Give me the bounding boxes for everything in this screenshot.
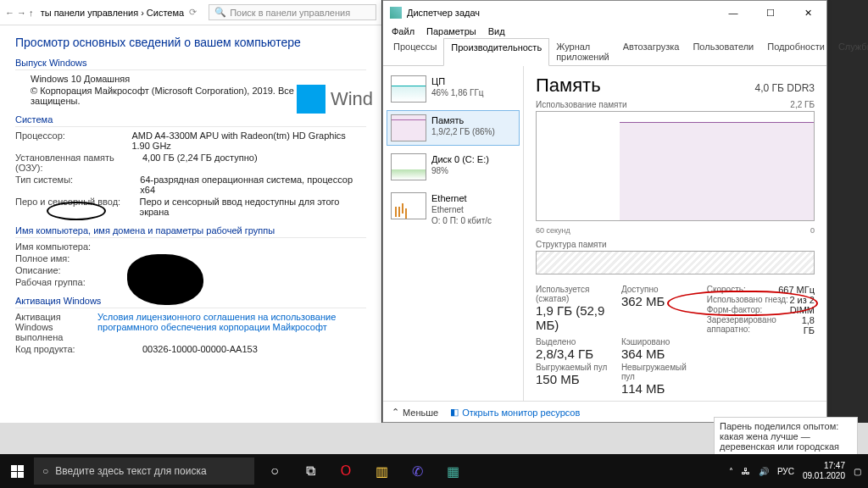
close-button[interactable]: ✕	[789, 1, 826, 25]
activation-status: Активация Windows выполнена	[15, 312, 97, 342]
ethernet-thumb-icon	[391, 192, 426, 219]
edition-name: Windows 10 Домашняя	[31, 74, 130, 84]
resource-monitor-link[interactable]: ◧Открыть монитор ресурсов	[450, 407, 580, 418]
tab-startup[interactable]: Автозагрузка	[616, 38, 687, 65]
explorer-icon[interactable]: ▥	[364, 454, 398, 488]
titlebar[interactable]: Диспетчер задач — ☐ ✕	[383, 1, 826, 25]
address-bar: ← → ↑ ты панели управления › Система ⟳ 🔍…	[0, 0, 381, 25]
menu-bar: Файл Параметры Вид	[383, 25, 826, 38]
graph-label-left: Использование памяти	[536, 100, 627, 109]
tab-bar: Процессы Производительность Журнал прило…	[383, 38, 826, 66]
x-axis-left: 60 секунд	[536, 226, 570, 235]
speed-k: Скорость:	[707, 285, 746, 295]
ff-v: DIMM	[790, 305, 815, 315]
menu-options[interactable]: Параметры	[426, 26, 476, 36]
speed-v: 667 МГц	[778, 285, 815, 295]
memory-usage-graph[interactable]	[536, 111, 815, 221]
minimize-button[interactable]: —	[715, 1, 752, 25]
taskview-icon[interactable]: ⧉	[293, 454, 327, 488]
nav-arrows[interactable]: ← → ↑	[5, 8, 34, 18]
sidebar-memory[interactable]: Память1,9/2,2 ГБ (86%)	[387, 110, 520, 146]
section-system: Система	[15, 114, 366, 127]
cache-k: Кэшировано	[621, 337, 698, 347]
clock-time: 17:47	[803, 461, 845, 471]
tab-details[interactable]: Подробности	[760, 38, 832, 65]
redaction-blob	[127, 254, 203, 305]
control-panel-search[interactable]: 🔍 Поиск в панели управления	[209, 4, 376, 20]
workgroup-label: Рабочая группа:	[15, 277, 142, 287]
taskmgr-taskbar-icon[interactable]: ▦	[436, 454, 470, 488]
avail-v: 362 МБ	[621, 294, 698, 308]
resource-spec: 4,0 ГБ DDR3	[755, 82, 815, 94]
sidebar-disk[interactable]: Диск 0 (C: E:)98%	[387, 149, 520, 185]
network-icon[interactable]: 🖧	[742, 467, 750, 476]
system-tray: ˄ 🖧 🔊 РУС 17:4709.01.2020 ▢	[722, 461, 868, 481]
menu-file[interactable]: Файл	[392, 26, 415, 36]
tab-users[interactable]: Пользователи	[686, 38, 760, 65]
news-snippet[interactable]: Парень поделился опытом: какая жена лучш…	[714, 417, 858, 456]
cpu-name: ЦП	[431, 75, 484, 87]
sidebar-cpu[interactable]: ЦП46% 1,86 ГГц	[387, 71, 520, 107]
menu-view[interactable]: Вид	[488, 26, 505, 36]
opera-icon[interactable]: O	[329, 454, 363, 488]
systype-label: Тип системы:	[15, 175, 140, 195]
tab-app-history[interactable]: Журнал приложений	[549, 38, 616, 65]
resmon-icon: ◧	[450, 407, 459, 418]
clock[interactable]: 17:4709.01.2020	[803, 461, 845, 481]
pen-value: Перо и сенсорный ввод недоступны для это…	[140, 197, 366, 217]
tab-processes[interactable]: Процессы	[387, 38, 443, 65]
disk-name: Диск 0 (C: E:)	[431, 153, 489, 165]
mem-name: Память	[431, 114, 495, 126]
volume-icon[interactable]: 🔊	[759, 467, 769, 476]
tray-chevron-icon[interactable]: ˄	[729, 467, 733, 476]
performance-main: Память4,0 ГБ DDR3 Использование памяти2,…	[524, 66, 826, 401]
annotation-circle	[47, 202, 106, 220]
fullname-label: Полное имя:	[15, 253, 142, 263]
eth-sub: Ethernet	[431, 204, 492, 215]
clock-date: 09.01.2020	[803, 471, 845, 481]
performance-sidebar: ЦП46% 1,86 ГГц Память1,9/2,2 ГБ (86%) Ди…	[383, 66, 524, 401]
language-indicator[interactable]: РУС	[777, 467, 794, 476]
windows-logo: Wind	[297, 85, 373, 114]
breadcrumb[interactable]: ты панели управления › Система	[41, 8, 185, 18]
resmon-label: Открыть монитор ресурсов	[462, 408, 580, 418]
cortana-icon[interactable]: ○	[258, 454, 292, 488]
chevron-right-icon: ›	[141, 8, 144, 18]
tab-performance[interactable]: Производительность	[443, 38, 549, 66]
pcname-label: Имя компьютера:	[15, 241, 142, 252]
cpu-sub: 46% 1,86 ГГц	[431, 87, 484, 98]
crumb-parent[interactable]: ты панели управления	[41, 8, 139, 18]
refresh-icon[interactable]: ⟳	[189, 7, 197, 18]
taskbar-search[interactable]: ○Введите здесь текст для поиска	[34, 458, 254, 485]
nonpaged-k: Невыгружаемый пул	[621, 363, 698, 381]
start-button[interactable]	[0, 454, 34, 488]
maximize-button[interactable]: ☐	[752, 1, 789, 25]
desc-label: Описание:	[15, 265, 142, 275]
commit-v: 2,8/3,4 ГБ	[536, 347, 613, 361]
cpu-label: Процессор:	[15, 130, 131, 151]
hw-v: 1,8 ГБ	[794, 315, 815, 336]
commit-k: Выделено	[536, 337, 613, 347]
slots-k: Использовано гнезд:	[707, 295, 788, 305]
used-v: 1,9 ГБ (52,9 МБ)	[536, 303, 613, 332]
license-link[interactable]: Условия лицензионного соглашения на испо…	[97, 312, 366, 342]
systype-value: 64-разрядная операционная система, проце…	[140, 175, 366, 195]
sidebar-ethernet[interactable]: EthernetEthernetО: 0 П: 0 кбит/с	[387, 188, 520, 230]
task-manager-window: Диспетчер задач — ☐ ✕ Файл Параметры Вид…	[382, 0, 827, 423]
windows-icon	[297, 85, 326, 114]
used-k: Используется (сжатая)	[536, 285, 613, 303]
disk-sub: 98%	[431, 165, 489, 176]
avail-k: Доступно	[621, 285, 698, 294]
ram-label: Установленная память (ОЗУ):	[15, 152, 142, 173]
viber-icon[interactable]: ✆	[400, 454, 434, 488]
eth-sub2: О: 0 П: 0 кбит/с	[431, 215, 492, 226]
window-title: Диспетчер задач	[407, 8, 715, 18]
product-key-value: 00326-10000-00000-AA153	[142, 344, 258, 354]
memory-composition-bar[interactable]	[536, 251, 815, 274]
crumb-current[interactable]: Система	[147, 8, 184, 18]
tab-services[interactable]: Службы	[832, 38, 868, 65]
notifications-icon[interactable]: ▢	[854, 467, 861, 476]
search-icon: ○	[42, 465, 48, 477]
search-placeholder: Поиск в панели управления	[230, 8, 350, 18]
fewer-details-button[interactable]: ⌃Меньше	[392, 407, 438, 418]
